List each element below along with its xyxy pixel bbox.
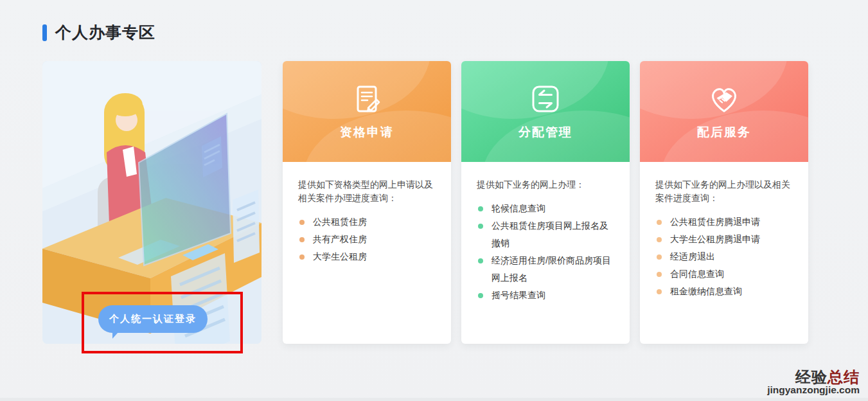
document-edit-icon [350, 82, 384, 116]
card-post-allocation-service[interactable]: 配后服务 提供如下业务的网上办理以及相关案件进度查询： 公共租赁住房腾退申请大学… [640, 61, 808, 344]
service-list-item: 摇号结果查询 [477, 287, 614, 304]
service-list-item: 经适房退出 [655, 248, 793, 265]
watermark-brand: 经验总结 [767, 369, 860, 385]
unified-auth-login-button[interactable]: 个人统一认证登录 [98, 305, 208, 333]
heart-handshake-icon [707, 82, 741, 116]
site-watermark: 经验总结 jingyanzongjie.com [767, 369, 860, 395]
service-list-item: 轮候信息查询 [477, 200, 614, 217]
card-allocation-management[interactable]: 分配管理 提供如下业务的网上办理： 轮候信息查询公共租赁住房项目网上报名及撤销经… [461, 61, 630, 344]
personal-services-page: 个人办事专区 [0, 0, 868, 344]
title-accent-bar [42, 24, 47, 41]
card-description: 提供如下业务的网上办理： [477, 178, 614, 192]
service-list-item: 租金缴纳信息查询 [655, 283, 793, 300]
watermark-domain: jingyanzongjie.com [767, 385, 860, 395]
service-list: 公共租赁住房腾退申请大学生公租房腾退申请经适房退出合同信息查询租金缴纳信息查询 [655, 213, 793, 300]
service-list-item: 大学生公租房 [298, 248, 436, 265]
isometric-illustration [42, 61, 261, 344]
card-body: 提供如下业务的网上办理以及相关案件进度查询： 公共租赁住房腾退申请大学生公租房腾… [640, 162, 808, 300]
service-list: 轮候信息查询公共租赁住房项目网上报名及撤销经济适用住房/限价商品房项目网上报名摇… [477, 200, 614, 304]
card-body: 提供如下业务的网上办理： 轮候信息查询公共租赁住房项目网上报名及撤销经济适用住房… [461, 162, 630, 304]
card-header[interactable]: 分配管理 [461, 61, 630, 162]
card-description: 提供如下资格类型的网上申请以及相关案件办理进度查询： [298, 178, 436, 205]
service-list-item: 公共租赁住房 [298, 213, 436, 231]
service-list-item: 合同信息查询 [655, 265, 793, 283]
card-header[interactable]: 资格申请 [283, 61, 451, 162]
section-header: 个人办事专区 [42, 22, 868, 43]
card-body: 提供如下资格类型的网上申请以及相关案件办理进度查询： 公共租赁住房共有产权住房大… [283, 162, 451, 265]
transfer-arrows-icon [529, 82, 562, 116]
card-title: 资格申请 [283, 124, 451, 141]
service-list-item: 共有产权住房 [298, 231, 436, 248]
card-title: 配后服务 [640, 124, 808, 141]
watermark-brand-black: 经验 [795, 368, 828, 386]
service-list-item: 公共租赁住房项目网上报名及撤销 [477, 217, 614, 252]
login-panel: 个人统一认证登录 [42, 61, 261, 344]
card-header[interactable]: 配后服务 [640, 61, 808, 162]
bottom-strip [0, 398, 868, 401]
watermark-brand-red: 总结 [828, 368, 860, 386]
content-row: 个人统一认证登录 资格申请 [42, 61, 868, 344]
service-list: 公共租赁住房共有产权住房大学生公租房 [298, 213, 436, 265]
card-title: 分配管理 [461, 124, 630, 141]
service-list-item: 大学生公租房腾退申请 [655, 231, 793, 248]
service-list-item: 公共租赁住房腾退申请 [655, 213, 793, 231]
card-qualification-application[interactable]: 资格申请 提供如下资格类型的网上申请以及相关案件办理进度查询： 公共租赁住房共有… [283, 61, 451, 344]
desk-illustration [42, 61, 261, 344]
page-title: 个人办事专区 [55, 22, 155, 43]
card-description: 提供如下业务的网上办理以及相关案件进度查询： [655, 178, 793, 205]
service-list-item: 经济适用住房/限价商品房项目网上报名 [477, 252, 614, 287]
